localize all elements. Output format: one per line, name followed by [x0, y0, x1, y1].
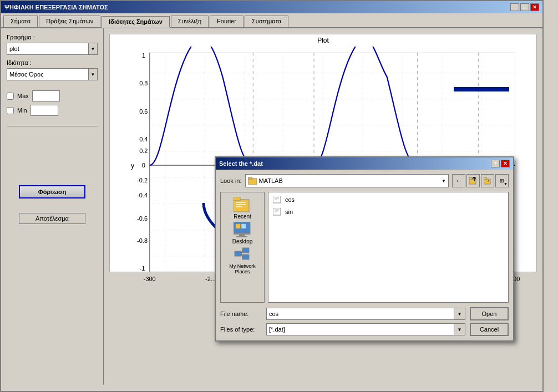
- network-icon: [234, 247, 251, 262]
- min-checkbox[interactable]: [7, 107, 14, 114]
- svg-rect-32: [234, 200, 249, 212]
- divider: [7, 126, 98, 126]
- recent-label: Recent: [234, 213, 251, 220]
- svg-rect-39: [239, 234, 245, 236]
- svg-rect-42: [241, 224, 246, 228]
- spacer: [7, 136, 98, 181]
- graph-input-container: ▼: [7, 43, 98, 55]
- svg-rect-36: [236, 206, 242, 207]
- open-button[interactable]: Open: [470, 307, 509, 320]
- dialog-body: Recent Desktop: [220, 192, 509, 303]
- property-field-group: Ιδιότητα : ▼: [7, 59, 98, 80]
- graph-label: Γραφήμα :: [7, 34, 98, 40]
- up-button[interactable]: [466, 174, 480, 187]
- file-dialog: Select the *.dat ? ✕ Look in: MATLAB ▼: [215, 156, 514, 342]
- svg-rect-30: [484, 177, 486, 180]
- svg-rect-52: [273, 208, 281, 215]
- new-folder-button[interactable]: *: [481, 174, 494, 187]
- filetype-dropdown-arrow[interactable]: ▼: [454, 323, 465, 335]
- svg-rect-48: [273, 196, 281, 203]
- property-label: Ιδιότητα :: [7, 59, 98, 66]
- view-dropdown-icon: ▼: [504, 182, 508, 186]
- property-dropdown-arrow[interactable]: ▼: [88, 69, 97, 80]
- look-in-row: Look in: MATLAB ▼ ←: [220, 174, 509, 187]
- shortcut-network[interactable]: My Network Places: [225, 247, 261, 274]
- load-button[interactable]: Φόρτωση: [19, 185, 85, 198]
- network-label: My Network Places: [225, 263, 261, 274]
- svg-text:-1: -1: [140, 265, 145, 272]
- max-checkbox[interactable]: [7, 93, 14, 100]
- svg-rect-43: [235, 251, 241, 256]
- dialog-close-button[interactable]: ✕: [501, 160, 510, 167]
- title-bar: ΨΗΦΙΑΚΗ ΕΠΕΞΕΡΓΑΣΙΑ ΣΗΜΑΤΟΣ _ □ ✕: [1, 1, 542, 13]
- file-item-sin[interactable]: sin: [271, 207, 506, 217]
- filename-input[interactable]: [266, 308, 454, 320]
- shortcut-desktop[interactable]: Desktop: [225, 222, 261, 245]
- tab-signal-props[interactable]: Ιδιότητες Σημάτων: [102, 16, 170, 28]
- maximize-button[interactable]: □: [520, 3, 529, 11]
- files-panel: cos sin: [268, 192, 509, 303]
- svg-text:1: 1: [142, 52, 145, 59]
- svg-rect-35: [236, 204, 246, 205]
- tab-fourier[interactable]: Fourier: [210, 16, 244, 27]
- minimize-button[interactable]: _: [510, 3, 519, 11]
- look-in-label: Look in:: [220, 177, 242, 184]
- arrow-right-svg: [454, 62, 520, 117]
- svg-text:-0.2: -0.2: [137, 177, 148, 184]
- look-in-value: MATLAB: [259, 177, 440, 184]
- tab-convolution[interactable]: Συνέλιξη: [171, 16, 209, 27]
- max-row: Max: [7, 90, 98, 101]
- svg-rect-40: [236, 236, 247, 237]
- cancel-button[interactable]: Cancel: [470, 323, 509, 336]
- svg-rect-25: [248, 177, 252, 179]
- dialog-help-button[interactable]: ?: [491, 160, 500, 167]
- tab-signals[interactable]: Σήματα: [3, 16, 38, 27]
- svg-text:*: *: [488, 179, 489, 184]
- desktop-label: Desktop: [232, 238, 253, 245]
- min-value-input[interactable]: [31, 105, 58, 116]
- svg-text:0.2: 0.2: [139, 147, 148, 154]
- close-button[interactable]: ✕: [530, 3, 539, 11]
- svg-text:-0.8: -0.8: [137, 237, 148, 244]
- result-button[interactable]: Αποτέλεσμα: [19, 213, 85, 224]
- tab-systems[interactable]: Συστήματα: [245, 16, 288, 27]
- svg-text:0.8: 0.8: [139, 80, 148, 86]
- file-name-sin: sin: [285, 208, 293, 215]
- tab-bar: Σήματα Πράξεις Σημάτων Ιδιότητες Σημάτων…: [1, 13, 542, 28]
- svg-rect-24: [248, 179, 257, 185]
- svg-text:0: 0: [142, 162, 145, 169]
- filename-label: File name:: [220, 310, 262, 317]
- graph-input[interactable]: [7, 44, 88, 53]
- filetype-input-wrap: ▼: [266, 323, 465, 335]
- back-button[interactable]: ←: [452, 174, 465, 187]
- bottom-section: File name: ▼ Open Files of type: ▼ Cance…: [220, 307, 509, 336]
- filename-dropdown-arrow[interactable]: ▼: [454, 308, 465, 320]
- svg-text:0.6: 0.6: [139, 108, 148, 115]
- property-input[interactable]: [7, 70, 88, 79]
- svg-rect-41: [236, 224, 240, 228]
- file-item-cos[interactable]: cos: [271, 195, 506, 205]
- filetype-row: Files of type: ▼ Cancel: [220, 323, 509, 336]
- button-spacer: [7, 203, 98, 208]
- graph-dropdown-arrow[interactable]: ▼: [88, 43, 97, 54]
- toolbar-icons: ← *: [452, 174, 509, 187]
- shortcut-recent[interactable]: Recent: [225, 197, 261, 220]
- up-folder-icon: [469, 177, 477, 185]
- title-bar-buttons: _ □ ✕: [510, 3, 539, 11]
- view-button[interactable]: ⊞ ▼: [495, 174, 509, 187]
- look-in-dropdown[interactable]: MATLAB ▼: [245, 174, 449, 187]
- dialog-title-buttons: ? ✕: [491, 160, 510, 167]
- desktop-icon: [234, 222, 251, 237]
- filename-row: File name: ▼ Open: [220, 307, 509, 320]
- max-label: Max: [17, 93, 29, 99]
- filename-input-wrap: ▼: [266, 308, 465, 320]
- property-input-container: ▼: [7, 68, 98, 80]
- dialog-content: Look in: MATLAB ▼ ←: [216, 170, 513, 340]
- title-bar-text: ΨΗΦΙΑΚΗ ΕΠΕΞΕΡΓΑΣΙΑ ΣΗΜΑΤΟΣ: [4, 4, 108, 11]
- tab-signal-ops[interactable]: Πράξεις Σημάτων: [39, 16, 100, 27]
- file-icon-sin: [273, 208, 282, 216]
- folder-icon: [248, 177, 257, 185]
- filetype-input[interactable]: [266, 323, 454, 335]
- file-icon-cos: [273, 196, 282, 203]
- max-value-input[interactable]: [32, 90, 60, 101]
